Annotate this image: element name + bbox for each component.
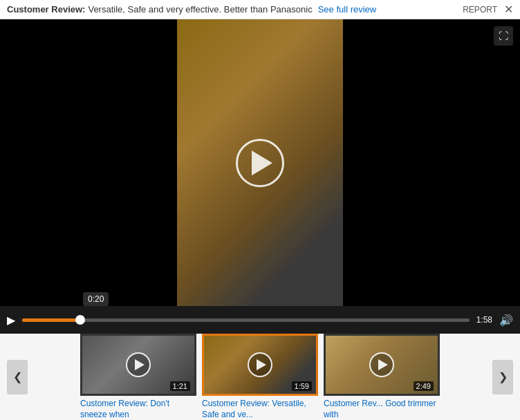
top-bar: Customer Review: Versatile, Safe and ver… xyxy=(0,0,520,19)
video-side-right xyxy=(343,19,520,306)
fullscreen-icon: ⛶ xyxy=(499,30,508,41)
thumb-play-icon-1 xyxy=(135,359,145,370)
report-button[interactable]: REPORT xyxy=(463,5,497,15)
play-overlay-button[interactable] xyxy=(236,139,284,187)
time-tooltip: 0:20 xyxy=(83,292,109,306)
prev-icon: ❮ xyxy=(13,370,22,383)
thumb-play-1[interactable] xyxy=(126,352,151,377)
close-button[interactable]: ✕ xyxy=(504,4,513,15)
thumb-img-wrap-3: 2:49 xyxy=(324,334,440,396)
top-bar-actions: REPORT ✕ xyxy=(463,4,513,15)
thumb-img-wrap-1: 1:21 xyxy=(80,334,196,396)
play-triangle-icon xyxy=(252,151,272,175)
play-pause-button[interactable]: ▶ xyxy=(7,314,15,327)
next-thumbnail-button[interactable]: ❯ xyxy=(492,360,513,394)
thumbnail-item-3[interactable]: 2:49 Customer Rev... Good trimmer with xyxy=(324,334,440,420)
review-label: Customer Review: xyxy=(7,4,85,15)
video-player[interactable]: 0:20 ⛶ xyxy=(0,19,520,306)
thumbnail-item-2[interactable]: 1:59 Customer Review: Versatile, Safe an… xyxy=(202,334,318,420)
time-display: 1:58 xyxy=(476,315,492,325)
thumb-play-3[interactable] xyxy=(369,352,394,377)
progress-thumb[interactable] xyxy=(75,315,85,325)
next-icon: ❯ xyxy=(499,370,508,383)
see-full-review-link[interactable]: See full review xyxy=(318,4,377,15)
thumb-title-1[interactable]: Customer Review: Don't sneeze when xyxy=(80,399,196,420)
thumb-play-icon-2 xyxy=(257,359,266,370)
prev-thumbnail-button[interactable]: ❮ xyxy=(7,360,28,394)
video-side-left xyxy=(0,19,177,306)
thumb-img-wrap-2: 1:59 xyxy=(202,334,318,396)
review-header: Customer Review: Versatile, Safe and ver… xyxy=(7,4,376,15)
progress-track[interactable] xyxy=(22,318,470,322)
thumbnails-row: ❮ 1:21 Customer Review: Don't sneeze whe… xyxy=(0,334,520,420)
video-controls-bar: ▶ 1:58 🔊 xyxy=(0,306,520,334)
fullscreen-button[interactable]: ⛶ xyxy=(494,26,513,46)
volume-button[interactable]: 🔊 xyxy=(499,314,513,327)
thumb-duration-1: 1:21 xyxy=(170,381,190,391)
thumbnail-item-1[interactable]: 1:21 Customer Review: Don't sneeze when xyxy=(80,334,196,420)
thumb-title-2[interactable]: Customer Review: Versatile, Safe and ve.… xyxy=(202,399,318,420)
thumbnails-list: 1:21 Customer Review: Don't sneeze when … xyxy=(28,334,492,420)
thumb-duration-3: 2:49 xyxy=(414,381,434,391)
progress-fill xyxy=(22,318,80,322)
thumb-play-icon-3 xyxy=(378,359,388,370)
thumb-play-2[interactable] xyxy=(248,352,272,377)
thumb-duration-2: 1:59 xyxy=(292,381,312,391)
thumb-title-3[interactable]: Customer Rev... Good trimmer with xyxy=(324,399,440,420)
review-text: Versatile, Safe and very effective. Bett… xyxy=(88,4,312,15)
